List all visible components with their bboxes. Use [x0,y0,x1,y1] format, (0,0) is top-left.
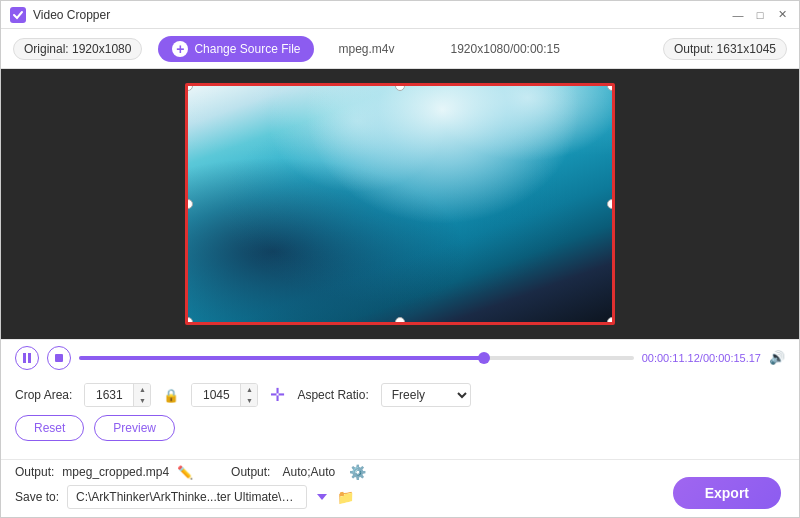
crop-handle-bottom-right[interactable] [607,317,615,325]
settings-icon[interactable]: ⚙️ [349,464,366,480]
video-area [1,69,799,339]
aspect-ratio-label: Aspect Ratio: [297,388,368,402]
original-resolution-label: Original: 1920x1080 [13,38,142,60]
crop-height-input-wrap[interactable]: ▲ ▼ [191,383,258,407]
window-title: Video Cropper [33,8,110,22]
move-icon[interactable]: ✛ [270,384,285,406]
pause-icon [22,352,32,364]
crop-height-input[interactable] [192,384,240,406]
title-bar-left: Video Cropper [9,6,110,24]
time-display: 00:00:11.12/00:00:15.17 [642,352,761,364]
file-resolution: 1920x1080/00:00:15 [451,42,560,56]
minimize-button[interactable]: — [729,6,747,24]
top-bar: Original: 1920x1080 + Change Source File… [1,29,799,69]
save-path-text: C:\ArkThinker\ArkThinke...ter Ultimate\V… [76,490,298,504]
pause-button[interactable] [15,346,39,370]
maximize-button[interactable]: □ [751,6,769,24]
output-filename: mpeg_cropped.mp4 [62,465,169,479]
svg-marker-4 [317,494,327,500]
svg-rect-1 [23,353,26,363]
output-label: Output: [15,465,54,479]
output2-value: Auto;Auto [282,465,335,479]
svg-rect-3 [55,354,63,362]
bottom-area: Output: mpeg_cropped.mp4 ✏️ Output: Auto… [1,464,799,517]
preview-button[interactable]: Preview [94,415,175,441]
progress-thumb[interactable] [478,352,490,364]
crop-handle-middle-right[interactable] [607,199,615,209]
crop-row: Crop Area: ▲ ▼ 🔒 ▲ ▼ ✛ Aspect Ratio: Fre… [15,383,785,407]
aspect-ratio-select[interactable]: Freely 16:9 4:3 1:1 9:16 [381,383,471,407]
save-path-display: C:\ArkThinker\ArkThinke...ter Ultimate\V… [67,485,307,509]
crop-area-label: Crop Area: [15,388,72,402]
progress-fill [79,356,484,360]
current-time: 00:00:11.12 [642,352,700,364]
crop-height-spinners: ▲ ▼ [240,384,257,406]
reset-button[interactable]: Reset [15,415,84,441]
video-frame[interactable] [185,83,615,325]
crop-height-down[interactable]: ▼ [241,395,257,406]
crop-width-input-wrap[interactable]: ▲ ▼ [84,383,151,407]
wave-overlay [188,86,612,322]
edit-icon[interactable]: ✏️ [177,465,193,480]
crop-width-up[interactable]: ▲ [134,384,150,395]
progress-track[interactable] [79,356,634,360]
stop-button[interactable] [47,346,71,370]
crop-width-down[interactable]: ▼ [134,395,150,406]
plus-icon: + [172,41,188,57]
crop-handle-bottom-left[interactable] [185,317,193,325]
svg-rect-2 [28,353,31,363]
app-icon [9,6,27,24]
crop-height-up[interactable]: ▲ [241,384,257,395]
bottom-left: Output: mpeg_cropped.mp4 ✏️ Output: Auto… [15,464,673,509]
file-name: mpeg.m4v [338,42,394,56]
playback-bar: 00:00:11.12/00:00:15.17 🔊 [1,339,799,375]
dropdown-arrow-icon[interactable] [315,490,329,504]
volume-icon[interactable]: 🔊 [769,350,785,365]
output-resolution-label: Output: 1631x1045 [663,38,787,60]
title-bar: Video Cropper — □ ✕ [1,1,799,29]
main-window: Video Cropper — □ ✕ Original: 1920x1080 … [0,0,800,518]
total-time: 00:00:15.17 [703,352,761,364]
change-source-label: Change Source File [194,42,300,56]
btn-row: Reset Preview [15,415,785,441]
controls-area: Crop Area: ▲ ▼ 🔒 ▲ ▼ ✛ Aspect Ratio: Fre… [1,375,799,455]
folder-icon[interactable]: 📁 [337,489,354,505]
stop-icon [54,353,64,363]
save-to-label: Save to: [15,490,59,504]
save-row: Save to: C:\ArkThinker\ArkThinke...ter U… [15,485,673,509]
output-row: Output: mpeg_cropped.mp4 ✏️ Output: Auto… [15,464,673,480]
crop-width-input[interactable] [85,384,133,406]
svg-rect-0 [10,7,26,23]
crop-handle-top-right[interactable] [607,83,615,91]
export-button[interactable]: Export [673,477,781,509]
crop-width-spinners: ▲ ▼ [133,384,150,406]
video-canvas [1,69,799,339]
title-bar-controls: — □ ✕ [729,6,791,24]
output2-label: Output: [231,465,270,479]
divider-1 [1,459,799,460]
close-button[interactable]: ✕ [773,6,791,24]
lock-icon[interactable]: 🔒 [163,388,179,403]
crop-handle-bottom-middle[interactable] [395,317,405,325]
change-source-button[interactable]: + Change Source File [158,36,314,62]
